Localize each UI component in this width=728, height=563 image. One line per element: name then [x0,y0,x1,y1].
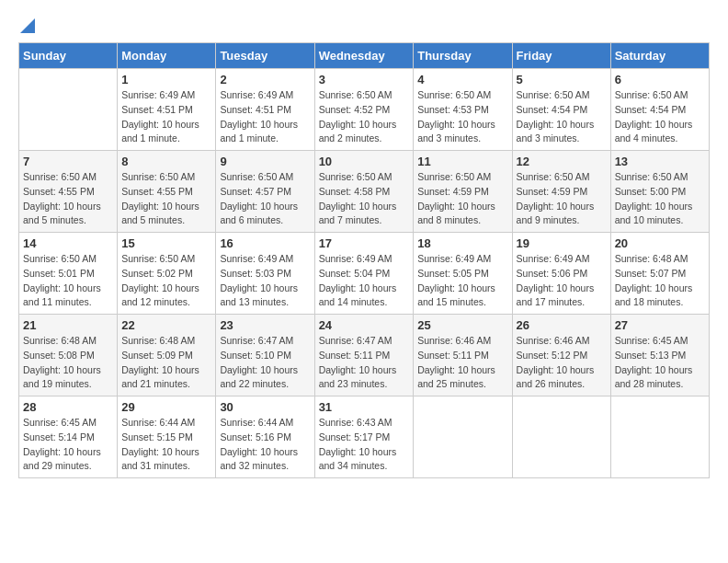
day-info: Sunrise: 6:50 AMSunset: 4:58 PMDaylight:… [319,170,410,228]
calendar-cell: 23Sunrise: 6:47 AMSunset: 5:10 PMDayligh… [216,315,314,396]
day-number: 22 [121,318,211,332]
day-number: 25 [417,318,507,332]
calendar-cell: 19Sunrise: 6:49 AMSunset: 5:06 PMDayligh… [512,233,610,315]
day-info: Sunrise: 6:44 AMSunset: 5:16 PMDaylight:… [220,416,310,474]
day-info: Sunrise: 6:44 AMSunset: 5:15 PMDaylight:… [121,416,211,474]
day-number: 30 [220,400,310,414]
calendar-cell: 25Sunrise: 6:46 AMSunset: 5:11 PMDayligh… [414,315,512,396]
day-number: 18 [417,236,507,250]
day-info: Sunrise: 6:49 AMSunset: 5:06 PMDaylight:… [517,252,607,310]
day-number: 3 [319,73,410,86]
calendar-body: 1Sunrise: 6:49 AMSunset: 4:51 PMDaylight… [19,69,710,478]
day-info: Sunrise: 6:50 AMSunset: 4:54 PMDaylight:… [517,88,607,146]
calendar-cell: 14Sunrise: 6:50 AMSunset: 5:01 PMDayligh… [19,233,118,315]
svg-marker-0 [20,18,35,33]
weekday-header: Wednesday [314,43,414,69]
day-info: Sunrise: 6:50 AMSunset: 4:59 PMDaylight:… [517,170,607,228]
day-info: Sunrise: 6:50 AMSunset: 4:57 PMDaylight:… [220,170,310,228]
day-info: Sunrise: 6:46 AMSunset: 5:11 PMDaylight:… [417,334,507,392]
weekday-header: Saturday [610,43,709,69]
day-info: Sunrise: 6:48 AMSunset: 5:08 PMDaylight:… [23,334,113,392]
calendar-cell [19,69,118,151]
day-info: Sunrise: 6:49 AMSunset: 4:51 PMDaylight:… [121,88,211,146]
day-number: 1 [121,73,211,86]
calendar-week-row: 21Sunrise: 6:48 AMSunset: 5:08 PMDayligh… [19,315,710,396]
day-info: Sunrise: 6:49 AMSunset: 4:51 PMDaylight:… [220,88,310,146]
calendar-cell: 1Sunrise: 6:49 AMSunset: 4:51 PMDaylight… [118,69,216,151]
calendar-cell: 29Sunrise: 6:44 AMSunset: 5:15 PMDayligh… [118,396,216,478]
day-info: Sunrise: 6:48 AMSunset: 5:07 PMDaylight:… [615,252,705,310]
day-info: Sunrise: 6:50 AMSunset: 4:59 PMDaylight:… [417,170,507,228]
calendar-cell: 18Sunrise: 6:49 AMSunset: 5:05 PMDayligh… [414,233,512,315]
day-info: Sunrise: 6:50 AMSunset: 4:55 PMDaylight:… [121,170,211,228]
calendar-cell: 12Sunrise: 6:50 AMSunset: 4:59 PMDayligh… [512,151,610,233]
calendar-cell: 30Sunrise: 6:44 AMSunset: 5:16 PMDayligh… [216,396,314,478]
calendar-cell [512,396,610,478]
day-number: 5 [517,73,607,86]
day-info: Sunrise: 6:49 AMSunset: 5:04 PMDaylight:… [319,252,410,310]
day-info: Sunrise: 6:47 AMSunset: 5:11 PMDaylight:… [319,334,410,392]
calendar-cell: 5Sunrise: 6:50 AMSunset: 4:54 PMDaylight… [512,69,610,151]
weekday-header: Sunday [19,43,118,69]
day-info: Sunrise: 6:50 AMSunset: 4:52 PMDaylight:… [319,88,410,146]
header [18,18,710,33]
logo-triangle-icon [20,18,35,37]
calendar-cell: 13Sunrise: 6:50 AMSunset: 5:00 PMDayligh… [610,151,709,233]
day-info: Sunrise: 6:49 AMSunset: 5:05 PMDaylight:… [417,252,507,310]
day-number: 12 [517,155,607,168]
calendar-header-row: SundayMondayTuesdayWednesdayThursdayFrid… [19,43,710,69]
day-number: 14 [23,236,113,250]
weekday-header: Monday [118,43,216,69]
day-info: Sunrise: 6:50 AMSunset: 4:55 PMDaylight:… [23,170,113,228]
day-number: 27 [615,318,705,332]
day-number: 9 [220,155,310,168]
calendar-cell: 11Sunrise: 6:50 AMSunset: 4:59 PMDayligh… [414,151,512,233]
day-info: Sunrise: 6:50 AMSunset: 5:01 PMDaylight:… [23,252,113,310]
calendar-cell: 26Sunrise: 6:46 AMSunset: 5:12 PMDayligh… [512,315,610,396]
day-info: Sunrise: 6:46 AMSunset: 5:12 PMDaylight:… [517,334,607,392]
day-number: 13 [615,155,705,168]
day-number: 10 [319,155,410,168]
calendar-cell: 22Sunrise: 6:48 AMSunset: 5:09 PMDayligh… [118,315,216,396]
weekday-header: Friday [512,43,610,69]
day-info: Sunrise: 6:49 AMSunset: 5:03 PMDaylight:… [220,252,310,310]
day-info: Sunrise: 6:50 AMSunset: 5:02 PMDaylight:… [121,252,211,310]
calendar-cell: 2Sunrise: 6:49 AMSunset: 4:51 PMDaylight… [216,69,314,151]
calendar-cell [414,396,512,478]
day-number: 19 [517,236,607,250]
calendar-cell: 7Sunrise: 6:50 AMSunset: 4:55 PMDaylight… [19,151,118,233]
calendar-cell: 31Sunrise: 6:43 AMSunset: 5:17 PMDayligh… [314,396,414,478]
calendar-cell: 9Sunrise: 6:50 AMSunset: 4:57 PMDaylight… [216,151,314,233]
day-number: 24 [319,318,410,332]
day-number: 8 [121,155,211,168]
calendar-cell [610,396,709,478]
calendar-cell: 21Sunrise: 6:48 AMSunset: 5:08 PMDayligh… [19,315,118,396]
calendar-cell: 10Sunrise: 6:50 AMSunset: 4:58 PMDayligh… [314,151,414,233]
calendar-week-row: 1Sunrise: 6:49 AMSunset: 4:51 PMDaylight… [19,69,710,151]
day-info: Sunrise: 6:48 AMSunset: 5:09 PMDaylight:… [121,334,211,392]
logo [18,18,35,33]
day-number: 4 [417,73,507,86]
day-number: 17 [319,236,410,250]
day-number: 31 [319,400,410,414]
calendar-cell: 17Sunrise: 6:49 AMSunset: 5:04 PMDayligh… [314,233,414,315]
weekday-header: Tuesday [216,43,314,69]
day-info: Sunrise: 6:50 AMSunset: 5:00 PMDaylight:… [615,170,705,228]
calendar-table: SundayMondayTuesdayWednesdayThursdayFrid… [18,42,710,478]
day-number: 29 [121,400,211,414]
day-number: 28 [23,400,113,414]
day-info: Sunrise: 6:43 AMSunset: 5:17 PMDaylight:… [319,416,410,474]
calendar-cell: 3Sunrise: 6:50 AMSunset: 4:52 PMDaylight… [314,69,414,151]
day-info: Sunrise: 6:50 AMSunset: 4:53 PMDaylight:… [417,88,507,146]
calendar-cell: 16Sunrise: 6:49 AMSunset: 5:03 PMDayligh… [216,233,314,315]
calendar-cell: 24Sunrise: 6:47 AMSunset: 5:11 PMDayligh… [314,315,414,396]
day-number: 15 [121,236,211,250]
calendar-cell: 6Sunrise: 6:50 AMSunset: 4:54 PMDaylight… [610,69,709,151]
day-number: 23 [220,318,310,332]
day-info: Sunrise: 6:50 AMSunset: 4:54 PMDaylight:… [615,88,705,146]
day-number: 6 [615,73,705,86]
day-number: 16 [220,236,310,250]
day-info: Sunrise: 6:47 AMSunset: 5:10 PMDaylight:… [220,334,310,392]
calendar-week-row: 14Sunrise: 6:50 AMSunset: 5:01 PMDayligh… [19,233,710,315]
calendar-week-row: 28Sunrise: 6:45 AMSunset: 5:14 PMDayligh… [19,396,710,478]
